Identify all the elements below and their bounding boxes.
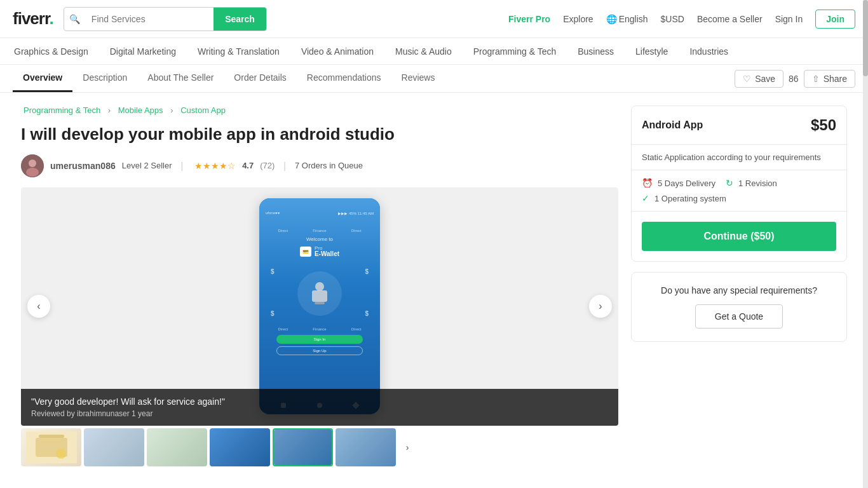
rating-number: 4.7 <box>242 161 254 170</box>
nav-digital-marketing[interactable]: Digital Marketing <box>109 46 177 57</box>
explore-link[interactable]: Explore <box>563 14 593 24</box>
tab-order-details[interactable]: Order Details <box>224 65 296 92</box>
share-button[interactable]: ⇧ Share <box>804 70 855 88</box>
nav-programming-tech[interactable]: Programming & Tech <box>472 46 557 57</box>
nav-business[interactable]: Business <box>576 46 615 57</box>
thumbnail-4[interactable] <box>210 428 270 466</box>
package-name: Android App <box>642 119 703 131</box>
nav-industries[interactable]: Industries <box>688 46 729 57</box>
gig-main-image: ufone●● ▶▶▶ 45% 11:45 AM Direct Finance … <box>259 198 380 414</box>
star-rating: ★★★★☆ <box>194 161 236 171</box>
gig-title: I will develop your mobile app in androi… <box>21 124 618 146</box>
fiverr-pro-link[interactable]: Fiverr Pro <box>508 14 550 24</box>
nav-writing-translation[interactable]: Writing & Translation <box>196 46 281 57</box>
separator-1: | <box>181 161 184 171</box>
orders-in-queue: 7 Orders in Queue <box>295 161 363 170</box>
nav-graphics-design[interactable]: Graphics & Design <box>13 46 90 57</box>
package-description: Static Application according to your req… <box>632 145 846 170</box>
svg-point-9 <box>56 449 66 459</box>
checkmark-icon: ✓ <box>642 193 649 203</box>
main-content: Programming & Tech › Mobile Apps › Custo… <box>8 93 860 479</box>
revisions-text: 1 Revision <box>738 179 777 188</box>
gig-right-panel: Android App $50 Static Application accor… <box>631 105 847 466</box>
breadcrumb-part3[interactable]: Custom App <box>180 105 226 115</box>
delivery-text: 5 Days Delivery <box>658 179 715 188</box>
search-input[interactable] <box>85 14 214 24</box>
search-icon: 🔍 <box>64 14 85 24</box>
language-selector[interactable]: 🌐English <box>606 14 648 24</box>
tab-about-seller[interactable]: About The Seller <box>137 65 224 92</box>
breadcrumb-sep2: › <box>170 105 173 115</box>
breadcrumb: Programming & Tech › Mobile Apps › Custo… <box>21 105 618 115</box>
nav-lifestyle[interactable]: Lifestyle <box>634 46 669 57</box>
quote-question-text: Do you have any special requirements? <box>644 285 834 295</box>
thumbnail-1[interactable] <box>21 428 81 466</box>
os-text: 1 Operating system <box>654 194 726 203</box>
logo: fiverr. <box>13 9 53 29</box>
svg-rect-3 <box>312 290 327 302</box>
pricing-card: Android App $50 Static Application accor… <box>631 105 847 262</box>
review-count: (72) <box>260 161 275 170</box>
gig-tabs: Overview Description About The Seller Or… <box>0 65 868 93</box>
review-author-text: Reviewed by ibrahimnunaser 1 year <box>31 409 608 418</box>
continue-button[interactable]: Continue ($50) <box>642 222 836 251</box>
globe-icon: 🌐 <box>606 14 617 24</box>
thumbnail-3[interactable] <box>147 428 207 466</box>
thumb-image-1 <box>21 428 81 466</box>
nav-video-animation[interactable]: Video & Animation <box>300 46 375 57</box>
nav-music-audio[interactable]: Music & Audio <box>394 46 453 57</box>
svg-point-1 <box>29 159 36 167</box>
refresh-icon: ↻ <box>726 178 733 188</box>
search-bar[interactable]: 🔍 Search <box>64 7 267 31</box>
svg-rect-8 <box>39 435 64 438</box>
package-price: $50 <box>811 116 836 134</box>
thumbnail-2[interactable] <box>84 428 144 466</box>
share-icon: ⇧ <box>812 74 820 84</box>
category-nav: Graphics & Design Digital Marketing Writ… <box>0 38 868 65</box>
review-quote-text: "Very good developer! Will ask for servi… <box>31 396 608 407</box>
thumbnail-6[interactable] <box>336 428 396 466</box>
header: fiverr. 🔍 Search Fiverr Pro Explore 🌐Eng… <box>0 0 868 38</box>
review-overlay: "Very good developer! Will ask for servi… <box>21 389 618 426</box>
thumb-image-2 <box>84 428 144 466</box>
save-label: Save <box>755 74 775 84</box>
breadcrumb-sep1: › <box>108 105 111 115</box>
search-button[interactable]: Search <box>214 7 266 31</box>
currency-selector[interactable]: $USD <box>661 14 684 24</box>
join-button[interactable]: Join <box>815 10 855 29</box>
get-quote-button[interactable]: Get a Quote <box>695 304 783 329</box>
breadcrumb-part1[interactable]: Programming & Tech <box>24 105 100 115</box>
thumbnails-next-button[interactable]: › <box>398 428 416 466</box>
breadcrumb-part2[interactable]: Mobile Apps <box>118 105 163 115</box>
gig-left-panel: Programming & Tech › Mobile Apps › Custo… <box>21 105 618 466</box>
header-right: Fiverr Pro Explore 🌐English $USD Become … <box>508 10 855 29</box>
chevron-right-icon: › <box>599 301 602 312</box>
svg-rect-5 <box>315 302 325 304</box>
save-button[interactable]: ♡ Save <box>735 70 783 88</box>
thumbnail-strip: › <box>21 428 618 466</box>
thumb-image-4 <box>210 428 270 466</box>
seller-username[interactable]: umerusman086 <box>50 161 116 171</box>
seller-level-badge: Level 2 Seller <box>122 161 172 170</box>
clock-icon: ⏰ <box>642 178 653 188</box>
avatar-image <box>21 154 44 177</box>
heart-icon: ♡ <box>743 74 751 84</box>
tab-recommendations[interactable]: Recommendations <box>297 65 391 92</box>
tab-overview[interactable]: Overview <box>13 65 72 92</box>
chevron-left-icon: ‹ <box>37 301 40 312</box>
os-feature: ✓ 1 Operating system <box>642 193 836 203</box>
carousel-next-button[interactable]: › <box>589 295 612 318</box>
carousel-prev-button[interactable]: ‹ <box>27 295 50 318</box>
thumbnail-5-active[interactable] <box>273 428 333 466</box>
quote-card: Do you have any special requirements? Ge… <box>631 272 847 342</box>
scrollbar-thumb[interactable] <box>863 0 868 76</box>
sign-in-link[interactable]: Sign In <box>775 14 803 24</box>
scrollbar[interactable] <box>863 0 868 479</box>
tab-description[interactable]: Description <box>72 65 137 92</box>
gig-carousel: ufone●● ▶▶▶ 45% 11:45 AM Direct Finance … <box>21 187 618 426</box>
tab-reviews[interactable]: Reviews <box>391 65 445 92</box>
become-seller-link[interactable]: Become a Seller <box>697 14 763 24</box>
package-features: ⏰ 5 Days Delivery ↻ 1 Revision ✓ 1 Opera… <box>632 170 846 212</box>
seller-info: umerusman086 Level 2 Seller | ★★★★☆ 4.7 … <box>21 154 618 177</box>
svg-point-2 <box>26 168 39 177</box>
